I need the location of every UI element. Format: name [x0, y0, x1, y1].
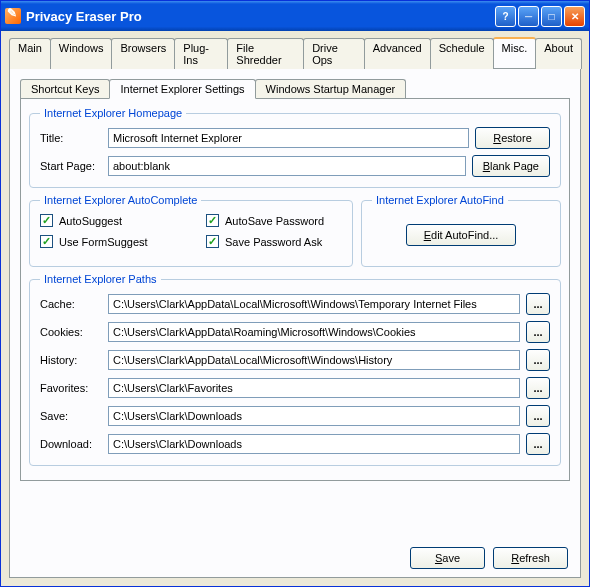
app-window: Privacy Eraser Pro ? ─ □ ✕ Main Windows … [0, 0, 590, 587]
subtab-startup-manager[interactable]: Windows Startup Manager [255, 79, 407, 98]
homepage-group: Internet Explorer Homepage Title: Restor… [29, 107, 561, 188]
save-password-ask-label: Save Password Ask [225, 236, 322, 248]
main-tabstrip: Main Windows Browsers Plug-Ins File Shre… [9, 37, 581, 69]
tab-plugins[interactable]: Plug-Ins [174, 38, 228, 69]
cookies-browse-button[interactable]: ... [526, 321, 550, 343]
blank-page-button[interactable]: Blank Page [472, 155, 550, 177]
tab-drive-ops[interactable]: Drive Ops [303, 38, 365, 69]
maximize-button[interactable]: □ [541, 6, 562, 27]
content-area: Main Windows Browsers Plug-Ins File Shre… [1, 31, 589, 586]
window-controls: ? ─ □ ✕ [495, 6, 585, 27]
autosave-password-label: AutoSave Password [225, 215, 324, 227]
save-input[interactable] [108, 406, 520, 426]
autosuggest-checkbox[interactable] [40, 214, 53, 227]
cookies-label: Cookies: [40, 326, 102, 338]
autosuggest-label: AutoSuggest [59, 215, 122, 227]
close-button[interactable]: ✕ [564, 6, 585, 27]
tab-windows[interactable]: Windows [50, 38, 113, 69]
download-input[interactable] [108, 434, 520, 454]
title-input[interactable] [108, 128, 469, 148]
window-title: Privacy Eraser Pro [26, 9, 495, 24]
titlebar: Privacy Eraser Pro ? ─ □ ✕ [1, 1, 589, 31]
tab-advanced[interactable]: Advanced [364, 38, 431, 69]
save-password-ask-checkbox[interactable] [206, 235, 219, 248]
save-label: Save: [40, 410, 102, 422]
favorites-label: Favorites: [40, 382, 102, 394]
tab-misc[interactable]: Misc. [493, 37, 537, 68]
refresh-button[interactable]: Refresh [493, 547, 568, 569]
subtab-shortcut-keys[interactable]: Shortcut Keys [20, 79, 110, 98]
tab-schedule[interactable]: Schedule [430, 38, 494, 69]
misc-panel: Shortcut Keys Internet Explorer Settings… [9, 69, 581, 578]
cookies-input[interactable] [108, 322, 520, 342]
paths-legend: Internet Explorer Paths [40, 273, 161, 285]
edit-autofind-button[interactable]: Edit AutoFind... [406, 224, 516, 246]
formsuggest-checkbox[interactable] [40, 235, 53, 248]
sub-tabstrip: Shortcut Keys Internet Explorer Settings… [20, 79, 570, 98]
minimize-button[interactable]: ─ [518, 6, 539, 27]
subtab-ie-settings[interactable]: Internet Explorer Settings [109, 79, 255, 99]
homepage-legend: Internet Explorer Homepage [40, 107, 186, 119]
save-browse-button[interactable]: ... [526, 405, 550, 427]
tab-about[interactable]: About [535, 38, 582, 69]
autosave-password-checkbox[interactable] [206, 214, 219, 227]
cache-input[interactable] [108, 294, 520, 314]
tab-browsers[interactable]: Browsers [111, 38, 175, 69]
tab-file-shredder[interactable]: File Shredder [227, 38, 304, 69]
bottom-bar: Save Refresh [20, 539, 570, 569]
autofind-legend: Internet Explorer AutoFind [372, 194, 508, 206]
cache-label: Cache: [40, 298, 102, 310]
autofind-group: Internet Explorer AutoFind Edit AutoFind… [361, 194, 561, 267]
startpage-label: Start Page: [40, 160, 102, 172]
save-button[interactable]: Save [410, 547, 485, 569]
download-browse-button[interactable]: ... [526, 433, 550, 455]
history-label: History: [40, 354, 102, 366]
formsuggest-label: Use FormSuggest [59, 236, 148, 248]
title-label: Title: [40, 132, 102, 144]
history-browse-button[interactable]: ... [526, 349, 550, 371]
cache-browse-button[interactable]: ... [526, 293, 550, 315]
autocomplete-group: Internet Explorer AutoComplete AutoSugge… [29, 194, 353, 267]
startpage-input[interactable] [108, 156, 466, 176]
history-input[interactable] [108, 350, 520, 370]
download-label: Download: [40, 438, 102, 450]
ie-settings-panel: Internet Explorer Homepage Title: Restor… [20, 98, 570, 481]
favorites-browse-button[interactable]: ... [526, 377, 550, 399]
paths-group: Internet Explorer Paths Cache: ... Cooki… [29, 273, 561, 466]
help-button[interactable]: ? [495, 6, 516, 27]
restore-button[interactable]: Restore [475, 127, 550, 149]
app-icon [5, 8, 21, 24]
autocomplete-legend: Internet Explorer AutoComplete [40, 194, 201, 206]
tab-main[interactable]: Main [9, 38, 51, 69]
favorites-input[interactable] [108, 378, 520, 398]
